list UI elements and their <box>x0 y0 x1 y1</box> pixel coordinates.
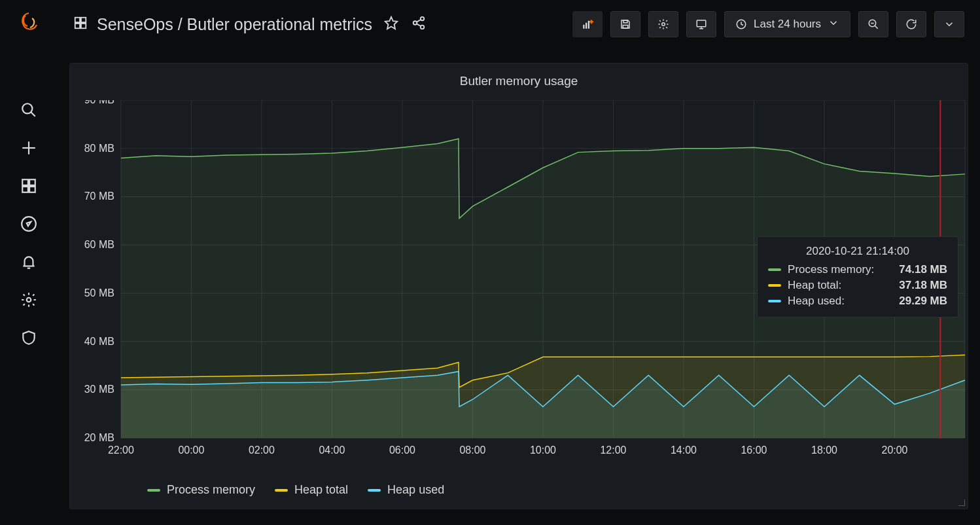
timerange-label: Last 24 hours <box>754 18 821 31</box>
svg-rect-29 <box>623 26 628 29</box>
chevron-down-icon <box>828 17 839 32</box>
legend-item[interactable]: Process memory <box>147 483 255 497</box>
svg-text:16:00: 16:00 <box>741 444 767 456</box>
svg-text:60 MB: 60 MB <box>84 239 114 250</box>
zoom-out-button[interactable] <box>858 11 888 37</box>
svg-line-21 <box>417 20 421 22</box>
save-button[interactable] <box>610 11 640 37</box>
svg-text:12:00: 12:00 <box>600 444 626 456</box>
dashboards-breadcrumb-icon[interactable] <box>73 16 88 33</box>
svg-rect-14 <box>81 18 86 22</box>
svg-point-30 <box>662 23 665 26</box>
svg-rect-4 <box>22 179 28 185</box>
svg-text:04:00: 04:00 <box>319 444 345 456</box>
svg-text:00:00: 00:00 <box>178 444 204 456</box>
legend-item[interactable]: Heap used <box>368 483 444 497</box>
toolbar: Last 24 hours <box>572 11 964 37</box>
svg-point-0 <box>22 103 32 113</box>
svg-rect-28 <box>623 20 627 23</box>
svg-point-20 <box>421 26 425 29</box>
panel-title[interactable]: Butler memory usage <box>70 63 968 94</box>
panel-butler-memory: Butler memory usage 20 MB30 MB40 MB50 MB… <box>69 63 968 509</box>
alerting-icon[interactable] <box>20 253 38 271</box>
add-panel-button[interactable] <box>572 11 603 37</box>
svg-text:22:00: 22:00 <box>108 444 134 456</box>
configuration-icon[interactable] <box>20 291 38 309</box>
resize-handle-icon[interactable] <box>958 499 965 506</box>
svg-text:14:00: 14:00 <box>671 444 697 456</box>
legend-item[interactable]: Heap total <box>275 483 348 497</box>
svg-line-36 <box>875 26 878 29</box>
svg-text:80 MB: 80 MB <box>84 143 114 154</box>
svg-marker-9 <box>27 222 31 226</box>
svg-text:20 MB: 20 MB <box>84 432 114 443</box>
svg-point-18 <box>421 17 425 21</box>
breadcrumb-title[interactable]: SenseOps / Butler operational metrics <box>97 15 372 34</box>
svg-rect-31 <box>697 20 706 27</box>
tooltip-row: Process memory:74.18 MB <box>768 262 947 278</box>
topbar: SenseOps / Butler operational metrics La… <box>58 0 980 48</box>
cycle-view-button[interactable] <box>686 11 716 37</box>
svg-text:08:00: 08:00 <box>459 444 485 456</box>
svg-text:10:00: 10:00 <box>530 444 556 456</box>
svg-point-12 <box>27 298 31 302</box>
chart-legend: Process memoryHeap totalHeap used <box>147 483 444 497</box>
svg-rect-15 <box>75 24 80 28</box>
svg-text:30 MB: 30 MB <box>84 384 114 395</box>
grafana-logo-icon[interactable] <box>17 12 41 35</box>
svg-rect-7 <box>29 187 35 192</box>
svg-rect-16 <box>81 24 86 28</box>
svg-rect-5 <box>29 179 35 185</box>
svg-text:02:00: 02:00 <box>249 444 275 456</box>
svg-rect-25 <box>588 21 589 29</box>
share-icon[interactable] <box>411 16 426 33</box>
refresh-button[interactable] <box>896 11 926 37</box>
svg-marker-17 <box>385 17 397 29</box>
sidebar <box>0 0 58 525</box>
svg-rect-23 <box>583 25 584 29</box>
dashboard-settings-button[interactable] <box>648 11 678 37</box>
svg-text:18:00: 18:00 <box>811 444 837 456</box>
svg-line-22 <box>417 24 421 26</box>
svg-text:40 MB: 40 MB <box>84 336 114 347</box>
svg-text:50 MB: 50 MB <box>84 287 114 299</box>
tooltip-row: Heap used:29.29 MB <box>768 293 947 309</box>
svg-rect-6 <box>22 187 28 192</box>
svg-rect-24 <box>586 23 587 29</box>
chart-tooltip: 2020-10-21 21:14:00 Process memory:74.18… <box>757 236 958 317</box>
svg-rect-13 <box>75 18 80 22</box>
add-icon[interactable] <box>20 139 38 157</box>
star-icon[interactable] <box>384 16 398 33</box>
refresh-interval-button[interactable] <box>934 11 964 37</box>
server-admin-icon[interactable] <box>20 329 38 347</box>
svg-text:90 MB: 90 MB <box>84 100 114 105</box>
svg-text:06:00: 06:00 <box>389 444 415 456</box>
tooltip-time: 2020-10-21 21:14:00 <box>768 245 947 258</box>
svg-point-19 <box>413 21 417 25</box>
explore-icon[interactable] <box>20 215 38 233</box>
svg-line-1 <box>31 112 35 117</box>
svg-text:20:00: 20:00 <box>882 444 908 456</box>
search-icon[interactable] <box>20 101 38 119</box>
timerange-picker[interactable]: Last 24 hours <box>724 11 850 37</box>
svg-text:70 MB: 70 MB <box>84 190 114 202</box>
tooltip-row: Heap total:37.18 MB <box>768 278 947 293</box>
dashboards-icon[interactable] <box>20 177 38 195</box>
